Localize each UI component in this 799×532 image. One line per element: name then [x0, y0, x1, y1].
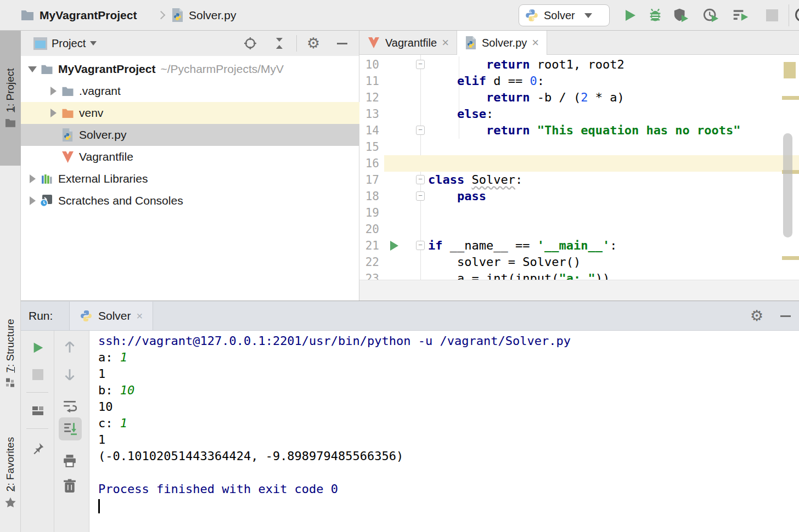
fold-marker-icon[interactable]: − [416, 191, 425, 201]
console-line [98, 497, 100, 514]
tree-item-solver-py[interactable]: Solver.py [21, 124, 359, 146]
chevron-right-icon[interactable] [25, 196, 40, 205]
fold-marker-icon[interactable]: − [416, 241, 425, 250]
project-panel-title[interactable]: Project [52, 37, 86, 50]
project-tab-label: : Project [4, 68, 16, 106]
tab-vagrantfile[interactable]: Vagrantfile × [359, 31, 457, 55]
chevron-right-icon[interactable] [46, 109, 60, 117]
code-line-13[interactable]: 13 else: [359, 106, 799, 122]
code-line-20[interactable]: 20 [359, 221, 799, 237]
code-line-12[interactable]: 12 return -b / (2 * a) [359, 89, 799, 106]
breadcrumb-file[interactable]: Solver.py [189, 0, 236, 31]
close-icon[interactable]: × [442, 37, 449, 49]
tool-window-strip: 1: Project 7: Structure 2: Favorites [0, 31, 21, 532]
search-partial-icon[interactable] [795, 8, 799, 22]
breadcrumb-chevron-icon [157, 11, 166, 20]
tab-label: Solver.py [482, 37, 527, 49]
code-line-14[interactable]: 14− return "This equation has no roots" [359, 122, 799, 139]
run-tab-solver[interactable]: Solver × [69, 302, 153, 330]
collapse-all-button[interactable] [272, 36, 286, 50]
tree-item-label: .vagrant [79, 84, 121, 98]
tool-window-button-favorites[interactable]: 2: Favorites [0, 413, 21, 532]
header-separator [296, 35, 297, 52]
line-number: 11 [359, 75, 379, 88]
coverage-shield-play-button[interactable] [673, 7, 689, 24]
tab-solver-py[interactable]: Solver.py × [457, 31, 547, 55]
debug-bug-button[interactable] [647, 7, 663, 24]
restore-layout-button[interactable] [29, 401, 47, 420]
stop-button[interactable] [764, 7, 780, 24]
crosshair-locate-button[interactable] [243, 36, 257, 50]
soft-wrap-button[interactable] [60, 397, 79, 415]
chevron-right-icon[interactable] [25, 174, 40, 183]
tree-item-external-libraries[interactable]: External Libraries [21, 168, 359, 190]
trash-button[interactable] [60, 477, 79, 495]
tree-item--vagrant[interactable]: .vagrant [21, 80, 359, 102]
console-line: b: 10 [98, 382, 134, 399]
code-line-15[interactable]: 15 [359, 139, 799, 155]
chevron-down-icon[interactable] [90, 41, 97, 46]
line-number: 14 [359, 124, 379, 137]
minimize-icon[interactable] [778, 309, 792, 323]
run-panel: Run: Solver × ⚙ [21, 301, 799, 532]
line-number: 15 [359, 140, 379, 154]
code-line-11[interactable]: 11 elif d == 0: [359, 73, 799, 89]
close-icon[interactable]: × [137, 310, 143, 322]
tree-item-myvagrantproject[interactable]: MyVagrantProject~/PycharmProjects/MyV [21, 58, 359, 80]
code-line-10[interactable]: 10− return root1, root2 [359, 56, 799, 73]
stripe-mark [782, 256, 799, 260]
tab-label: Vagrantfile [385, 37, 437, 49]
fold-marker-icon[interactable]: − [416, 60, 425, 69]
up-arrow-button[interactable] [60, 337, 79, 356]
minimize-icon[interactable] [335, 36, 349, 50]
code-line-22[interactable]: 22 solver = Solver() [359, 254, 799, 270]
console-line: 1 [98, 366, 105, 382]
code-area[interactable]: 10− return root1, root211 elif d == 0:12… [359, 55, 799, 280]
code-line-21[interactable]: 21−if __name__ == '__main__': [359, 237, 799, 254]
top-toolbar: MyVagrantProject Solver.py Solver [0, 0, 799, 31]
console-line: (-0.10102051443364424, -9.89897948556635… [98, 448, 403, 465]
chevron-down-icon[interactable] [25, 66, 40, 72]
run-button[interactable] [622, 7, 638, 24]
concurrency-list-play-button[interactable] [733, 7, 749, 24]
editor-scrollbar[interactable] [783, 133, 792, 237]
profiler-clock-play-button[interactable] [703, 7, 719, 24]
code-line-23[interactable]: 23 a = int(input("a: ")) [359, 270, 799, 280]
rerun-button[interactable] [29, 338, 47, 357]
pin-button[interactable] [29, 439, 47, 458]
tree-item-vagrantfile[interactable]: Vagrantfile [21, 146, 359, 168]
printer-button[interactable] [60, 451, 79, 470]
down-arrow-button[interactable] [60, 366, 79, 384]
breadcrumb-project[interactable]: MyVagrantProject [40, 0, 137, 31]
run-configuration-select[interactable]: Solver [519, 4, 610, 26]
code-line-18[interactable]: 18− pass [359, 188, 799, 205]
fold-marker-icon[interactable]: − [416, 126, 425, 135]
close-icon[interactable]: × [532, 37, 539, 49]
tree-item-scratches-and-consoles[interactable]: Scratches and Consoles [21, 190, 359, 212]
chevron-down-icon [584, 13, 592, 18]
stop-button[interactable] [29, 365, 47, 384]
tree-item-venv[interactable]: venv [21, 102, 359, 124]
code-text: solver = Solver() [428, 254, 581, 270]
gear-icon[interactable]: ⚙ [750, 309, 764, 323]
run-console[interactable]: ssh://vagrant@127.0.0.1:2201/usr/bin/pyt… [89, 331, 799, 532]
gear-icon[interactable]: ⚙ [306, 36, 320, 50]
stripe-mark [784, 62, 796, 78]
code-line-19[interactable]: 19 [359, 205, 799, 221]
code-text: if __name__ == '__main__': [428, 237, 617, 254]
current-line-highlight [384, 155, 799, 172]
line-number: 12 [359, 91, 379, 104]
scroll-to-end-button[interactable] [61, 420, 80, 438]
code-line-17[interactable]: 17−class Solver: [359, 172, 799, 188]
run-line-icon[interactable] [390, 241, 398, 251]
project-tool-icon [33, 37, 48, 50]
tool-window-button-project[interactable]: 1: Project [0, 31, 21, 166]
fold-marker-icon[interactable]: − [416, 175, 425, 184]
line-number: 21 [359, 239, 379, 252]
code-line-16[interactable]: 16 [359, 155, 799, 172]
line-number: 22 [359, 256, 379, 269]
chevron-right-icon[interactable] [46, 87, 60, 95]
line-number: 19 [359, 206, 379, 219]
tool-window-button-structure[interactable]: 7: Structure [0, 293, 21, 413]
project-panel-header: Project ⚙ [21, 31, 359, 56]
